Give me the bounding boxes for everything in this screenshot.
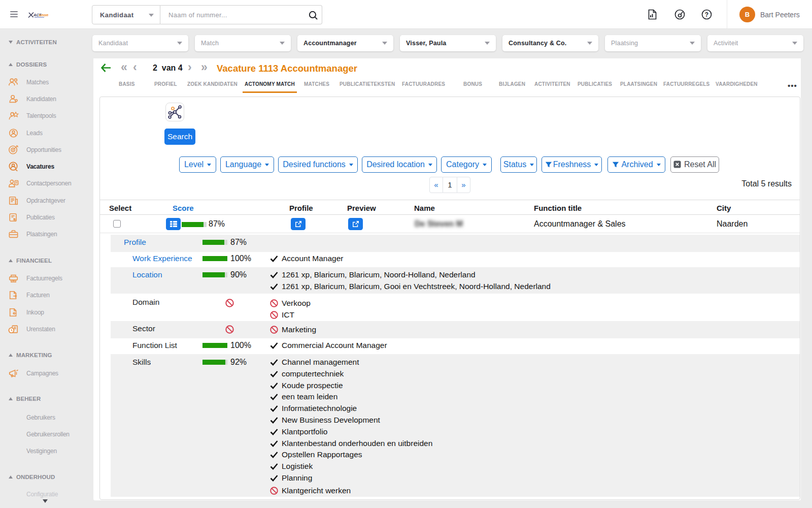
svg-text:onomy: onomy bbox=[39, 13, 48, 17]
svg-text:?: ? bbox=[705, 11, 708, 18]
